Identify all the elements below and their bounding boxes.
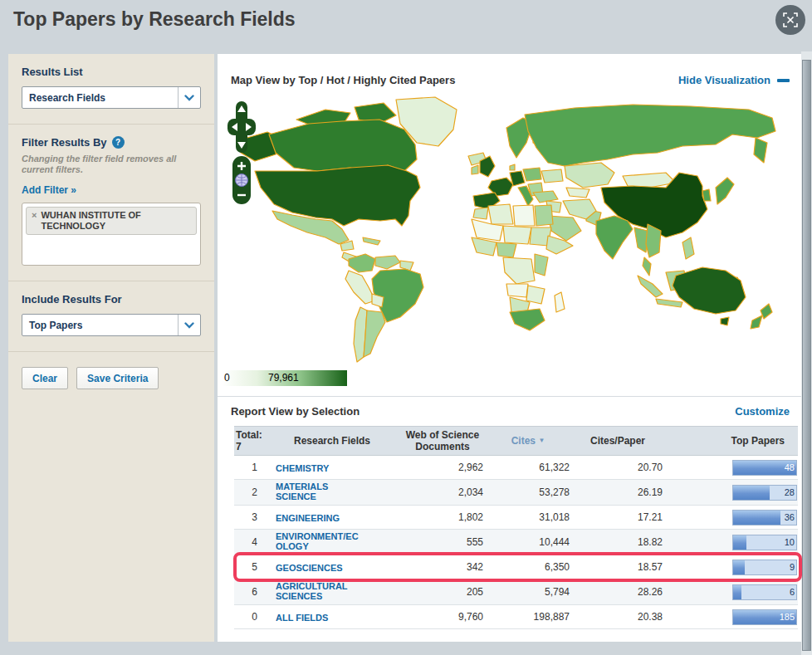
docs-cell: 2,962 — [400, 462, 485, 473]
rank-cell: 4 — [234, 536, 264, 548]
report-view-header: Report View by Selection Customize — [218, 396, 801, 426]
table-row: 1 CHEMISTRY 2,962 61,322 20.70 48 — [234, 456, 798, 480]
table-row: 4 ENVIRONMENT/ECOLOGY 555 10,444 18.82 1… — [234, 530, 798, 555]
bar-fill — [733, 486, 770, 500]
choropleth-legend: 0 79,961 — [223, 370, 347, 386]
top-papers-bar: 185 — [732, 609, 797, 625]
cites-per-paper-cell: 28.26 — [571, 586, 664, 598]
field-link[interactable]: MATERIALS SCIENCE — [276, 481, 360, 501]
table-row: 6 AGRICULTURAL SCIENCES 205 5,794 28.26 … — [234, 579, 798, 605]
sort-desc-icon: ▼ — [538, 437, 545, 444]
remove-filter-icon[interactable]: × — [32, 210, 37, 221]
field-link[interactable]: AGRICULTURAL SCIENCES — [276, 581, 360, 601]
column-header-cites-per-paper: Cites/Paper — [571, 435, 664, 447]
bar-fill — [733, 535, 746, 550]
collapse-minus-icon — [777, 79, 790, 82]
results-list-section: Results List Research Fields — [8, 54, 214, 124]
field-link[interactable]: ENGINEERING — [276, 513, 340, 523]
field-link[interactable]: ENVIRONMENT/ECOLOGY — [276, 531, 360, 551]
total-header: Total: 7 — [234, 429, 264, 452]
cites-cell: 31,018 — [485, 511, 571, 523]
bar-fill — [733, 511, 780, 525]
table-row: 3 ENGINEERING 1,802 31,018 17.21 36 — [234, 506, 798, 530]
top-bar: Top Papers by Research Fields — [0, 0, 812, 51]
filter-heading: Filter Results By — [22, 136, 107, 149]
field-link[interactable]: CHEMISTRY — [276, 463, 329, 473]
south-america — [345, 254, 423, 362]
top-papers-value: 10 — [785, 537, 795, 547]
scrollbar-thumb[interactable] — [802, 60, 811, 651]
top-papers-value: 6 — [790, 587, 795, 597]
field-link[interactable]: GEOSCIENCES — [276, 563, 343, 573]
filter-tag-label: WUHAN INSTITUTE OF TECHNOLOGY — [41, 210, 191, 232]
top-papers-bar: 10 — [732, 535, 797, 550]
table-row-highlighted: 5 GEOSCIENCES 342 6,350 18.57 9 — [234, 555, 798, 579]
table-row: 0 ALL FIELDS 9,760 198,887 20.38 185 — [234, 605, 798, 629]
vertical-scrollbar[interactable] — [801, 51, 812, 655]
world-map-area — [218, 95, 801, 369]
map-view-header: Map View by Top / Hot / Highly Cited Pap… — [218, 54, 801, 95]
docs-cell: 555 — [400, 536, 485, 548]
world-choropleth-map[interactable] — [218, 95, 796, 364]
save-criteria-button[interactable]: Save Criteria — [76, 367, 159, 389]
rank-cell: 1 — [234, 462, 264, 473]
top-papers-value: 185 — [780, 612, 795, 622]
cites-cell: 61,322 — [485, 462, 571, 473]
filter-section: Filter Results By ? Changing the filter … — [8, 124, 214, 281]
add-filter-link[interactable]: Add Filter » — [22, 184, 76, 196]
cites-header-label: Cites — [511, 435, 536, 447]
rank-cell: 3 — [234, 511, 264, 523]
results-list-dropdown[interactable]: Research Fields — [22, 86, 201, 109]
active-filters-box: × WUHAN INSTITUTE OF TECHNOLOGY — [22, 203, 201, 266]
cites-per-paper-cell: 18.57 — [571, 561, 664, 573]
clear-button[interactable]: Clear — [22, 367, 68, 389]
map-pan-control[interactable] — [227, 101, 256, 153]
legend-min-value: 0 — [224, 372, 230, 384]
top-papers-value: 48 — [785, 462, 795, 472]
top-papers-value: 36 — [785, 512, 795, 522]
cites-per-paper-cell: 20.38 — [571, 611, 664, 623]
map-zoom-control[interactable] — [232, 156, 251, 204]
field-link[interactable]: ALL FIELDS — [276, 613, 328, 623]
hide-visualization-label: Hide Visualization — [678, 74, 770, 86]
fullscreen-toggle-button[interactable] — [775, 5, 805, 35]
table-header-row: Total: 7 Research Fields Web of Science … — [234, 426, 798, 456]
column-header-cites-sortable[interactable]: Cites ▼ — [485, 435, 571, 447]
docs-cell: 205 — [400, 586, 485, 598]
docs-cell: 2,034 — [400, 486, 485, 498]
include-results-section: Include Results For Top Papers — [8, 281, 214, 351]
fullscreen-icon — [782, 12, 799, 28]
cites-cell: 5,794 — [485, 586, 571, 598]
cites-per-paper-cell: 17.21 — [571, 511, 664, 523]
cites-cell: 10,444 — [485, 536, 571, 548]
north-america — [238, 97, 487, 271]
chevron-down-icon — [178, 315, 200, 335]
top-papers-bar: 48 — [732, 460, 797, 476]
oceania — [673, 267, 772, 329]
cites-cell: 6,350 — [485, 561, 571, 573]
results-list-selected-value: Research Fields — [22, 87, 178, 108]
sidebar: Results List Research Fields Filter Resu… — [8, 54, 214, 642]
help-icon[interactable]: ? — [112, 136, 125, 149]
top-papers-bar: 36 — [732, 510, 797, 525]
bar-fill — [733, 585, 741, 599]
map-view-title: Map View by Top / Hot / Highly Cited Pap… — [231, 74, 455, 86]
top-papers-value: 9 — [790, 562, 795, 572]
results-list-heading: Results List — [22, 66, 201, 78]
asia — [525, 105, 775, 307]
rank-cell: 2 — [234, 486, 264, 498]
rank-cell: 6 — [234, 586, 264, 598]
legend-max-value: 79,961 — [268, 372, 299, 384]
filter-tag[interactable]: × WUHAN INSTITUTE OF TECHNOLOGY — [26, 207, 197, 235]
filter-note: Changing the filter field removes all cu… — [22, 154, 201, 175]
include-results-dropdown[interactable]: Top Papers — [22, 314, 201, 336]
page-title: Top Papers by Research Fields — [0, 0, 812, 39]
customize-link[interactable]: Customize — [735, 405, 790, 418]
total-value: 7 — [236, 441, 242, 452]
rank-cell: 5 — [234, 561, 264, 573]
docs-cell: 342 — [400, 561, 485, 573]
hide-visualization-link[interactable]: Hide Visualization — [678, 74, 790, 86]
column-header-research-fields: Research Fields — [264, 435, 400, 447]
docs-cell: 1,802 — [400, 511, 485, 523]
report-table: Total: 7 Research Fields Web of Science … — [218, 426, 801, 629]
